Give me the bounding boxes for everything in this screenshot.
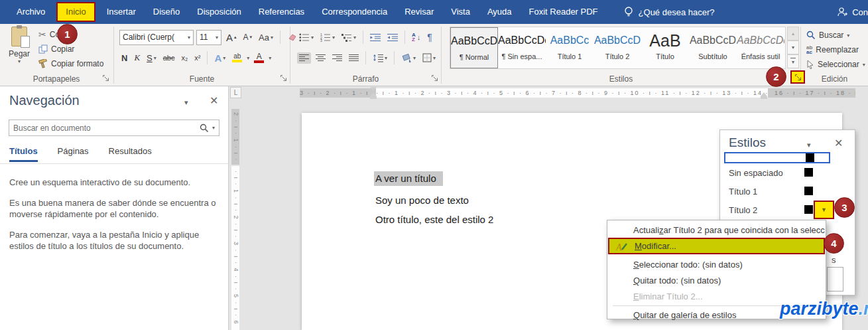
text-effects-button[interactable]: A▾ — [212, 51, 227, 65]
menu-tab-ayuda[interactable]: Ayuda — [479, 0, 521, 24]
document-text-line[interactable]: Soy un poco de texto — [375, 195, 469, 206]
style-titulo-2[interactable]: AaBbCcDTítulo 2 — [593, 27, 641, 68]
grow-font-button[interactable]: A▴ — [224, 31, 239, 44]
numbered-list-button[interactable]: 123▾ — [318, 32, 337, 43]
menu-tab-revisar[interactable]: Revisar — [396, 0, 442, 24]
paste-button[interactable]: Pegar ▾ — [4, 27, 34, 69]
font-family-combobox[interactable]: Calibri (Cuerp(▾ — [119, 30, 194, 45]
shrink-font-button[interactable]: A▾ — [241, 31, 255, 43]
paragraph-dialog-launcher[interactable] — [430, 74, 439, 82]
superscript-button[interactable]: x² — [192, 52, 202, 63]
style-enfasis-sutil[interactable]: AaBbCcDcÉnfasis sutil — [737, 27, 784, 68]
gallery-scroll-down-button[interactable]: ▾ — [787, 41, 799, 54]
align-right-button[interactable] — [330, 52, 344, 64]
shading-button[interactable]: ▾ — [399, 52, 418, 64]
clipboard-dialog-launcher[interactable] — [101, 74, 110, 82]
menu-tab-vista[interactable]: Vista — [442, 0, 479, 24]
line-spacing-button[interactable]: ▾ — [371, 52, 389, 64]
menu-tab-correspondencia[interactable]: Correspondencia — [313, 0, 396, 24]
tab-selector[interactable]: L — [230, 87, 241, 98]
right-indent-marker[interactable] — [761, 92, 767, 99]
multilevel-list-button[interactable]: ▾ — [340, 32, 358, 43]
font-dialog-launcher[interactable] — [279, 74, 288, 82]
tab-paginas[interactable]: Páginas — [58, 146, 89, 162]
bold-button[interactable]: N — [119, 52, 129, 64]
first-line-indent-marker[interactable] — [370, 87, 377, 91]
watermark-suffix: .me — [859, 299, 868, 319]
styles-pane-item-titulo-1[interactable]: Título 1 — [729, 187, 757, 197]
menu-tab-archivo[interactable]: Archivo — [8, 0, 54, 24]
font-size-combobox[interactable]: 11▾ — [196, 30, 221, 45]
find-button[interactable]: Buscar▾ — [806, 29, 849, 42]
borders-button[interactable]: ▾ — [420, 52, 438, 64]
style-normal[interactable]: AaBbCcDc¶ Normal — [450, 27, 498, 68]
document-heading-2[interactable]: Otro título, este del estilo 2 — [375, 214, 493, 225]
font-family-value: Calibri (Cuerp( — [123, 33, 174, 42]
tell-me-box[interactable]: ¿Qué desea hacer? — [624, 6, 715, 18]
subscript-button[interactable]: x₂ — [180, 52, 190, 63]
font-color-button[interactable]: A — [252, 52, 266, 64]
pane-options-caret-icon[interactable]: ▾ — [184, 98, 188, 107]
divider — [404, 31, 405, 44]
menu-item-quitar-todo[interactable]: Quitar todo: (sin datos) — [608, 273, 825, 288]
hanging-indent-marker[interactable] — [370, 92, 377, 99]
replace-button[interactable]: abac Reemplazar — [806, 43, 859, 56]
style-subtitulo[interactable]: AaBbCcDSubtítulo — [689, 27, 737, 68]
bullet-list-button[interactable]: ▾ — [297, 32, 316, 43]
search-icon[interactable] — [200, 124, 209, 133]
menu-tab-diseno[interactable]: Diseño — [145, 0, 188, 24]
strikethrough-button[interactable]: abc — [161, 52, 177, 63]
menu-tab-inicio[interactable]: Inicio — [56, 2, 95, 22]
document-heading-selected[interactable]: A ver un título — [374, 171, 443, 186]
chevron-down-icon: ▼ — [821, 206, 827, 213]
decrease-indent-button[interactable] — [368, 32, 383, 43]
nav-paragraph: Cree un esquema interactivo de su docume… — [9, 177, 220, 188]
clipboard-icon — [11, 27, 27, 46]
style-sin-espaciado[interactable]: AaBbCcDc¶ Sin espa... — [498, 27, 546, 68]
chevron-down-icon[interactable]: ▾ — [269, 55, 271, 61]
tab-resultados[interactable]: Resultados — [109, 146, 152, 162]
highlight-color-button[interactable]: ab — [230, 52, 244, 64]
styles-pane-partial-button[interactable] — [827, 267, 843, 291]
styles-pane-item-sin-espaciado[interactable]: Sin espaciado — [729, 168, 783, 178]
justify-button[interactable] — [347, 52, 361, 64]
titulo-2-dropdown-button-highlighted[interactable]: ▼ — [814, 201, 834, 219]
menu-item-modificar-highlighted[interactable]: A Modificar... — [608, 238, 825, 254]
change-case-button[interactable]: Aa▾ — [257, 31, 275, 44]
menu-tab-referencias[interactable]: Referencias — [250, 0, 313, 24]
svg-text:A: A — [616, 242, 622, 252]
chevron-down-icon[interactable]: ▾ — [212, 125, 215, 131]
align-center-button[interactable] — [314, 52, 328, 64]
copy-button[interactable]: Copiar — [38, 42, 74, 56]
style-titulo-1[interactable]: AaBbCcTítulo 1 — [546, 27, 593, 68]
menu-tab-insertar[interactable]: Insertar — [98, 0, 145, 24]
line-spacing-icon — [373, 53, 383, 62]
style-titulo[interactable]: AaBTítulo — [641, 27, 689, 68]
styles-pane-item-titulo-2[interactable]: Título 2 — [729, 205, 757, 215]
search-input[interactable]: Buscar en documento ▾ — [9, 120, 219, 136]
navigation-pane: Navegación ▾ ✕ Buscar en documento ▾ Tít… — [0, 86, 229, 330]
format-painter-button[interactable]: Copiar formato — [38, 57, 103, 70]
chevron-down-icon[interactable]: ▾ — [247, 55, 249, 61]
tab-titulos[interactable]: Títulos — [9, 146, 38, 162]
italic-button[interactable]: K — [132, 51, 142, 64]
underline-button[interactable]: S▾ — [145, 52, 158, 64]
select-button[interactable]: Seleccionar▾ — [806, 58, 865, 71]
close-icon[interactable]: ✕ — [834, 137, 843, 149]
gallery-more-button[interactable]: ▾ — [787, 54, 799, 68]
account-button[interactable]: Con — [836, 7, 868, 17]
eraser-icon — [287, 33, 297, 42]
gallery-scroll-up-button[interactable]: ▴ — [787, 27, 799, 41]
menu-item-seleccionar-todo[interactable]: Seleccionar todo: (sin datos) — [608, 257, 825, 272]
menu-item-actualizar[interactable]: Actualizar Título 2 para que coincida co… — [608, 222, 825, 238]
vertical-ruler: L 2 · ı · 1 · ı · · ı · 1 · ı · 2 · ı · … — [229, 86, 242, 330]
align-left-button[interactable] — [297, 52, 311, 64]
increase-indent-button[interactable] — [385, 32, 400, 43]
styles-pane-selected-item[interactable] — [724, 152, 830, 163]
close-icon[interactable]: ✕ — [210, 94, 218, 107]
show-marks-button[interactable]: ¶ — [425, 31, 434, 44]
menu-tab-disposicion[interactable]: Disposición — [188, 0, 249, 24]
menu-tab-foxit[interactable]: Foxit Reader PDF — [521, 0, 607, 24]
pane-options-caret-icon[interactable]: ▾ — [807, 141, 811, 149]
sort-button[interactable]: AZ ↓ — [410, 31, 422, 43]
